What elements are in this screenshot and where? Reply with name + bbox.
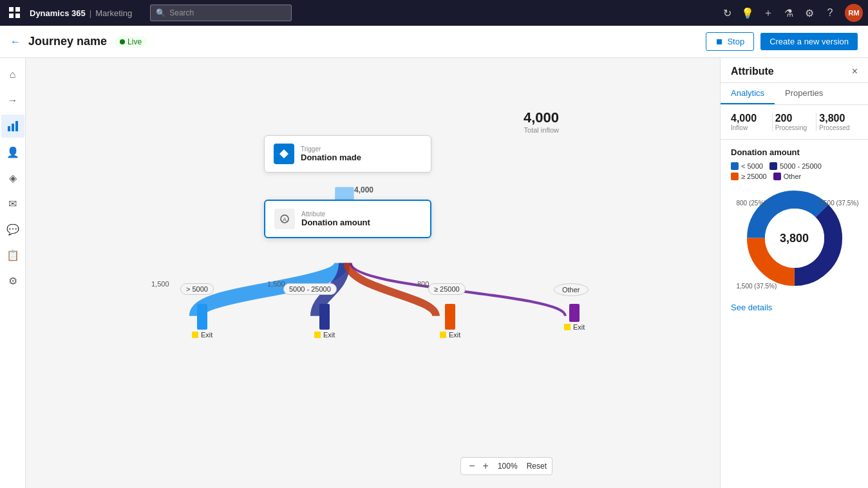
zoom-in-button[interactable]: + bbox=[480, 460, 491, 472]
page-title: Journey name bbox=[28, 35, 107, 48]
svg-rect-2 bbox=[9, 14, 14, 18]
svg-marker-8 bbox=[279, 149, 288, 158]
inflow-label: Total inflow bbox=[524, 126, 559, 134]
chart-legend: < 5000 5000 - 25000 ≥ 25000 Other bbox=[731, 162, 858, 180]
stat-inflow: 4,000 Inflow bbox=[731, 113, 769, 131]
donut-label-tl: 800 (25%) bbox=[737, 200, 766, 207]
secondbar: ← Journey name Live ⏹ Stop Create a new … bbox=[0, 26, 868, 58]
filter-icon[interactable]: ⚗ bbox=[783, 7, 795, 19]
exit-bar-2 bbox=[319, 304, 330, 330]
create-version-button[interactable]: Create a new version bbox=[760, 33, 858, 50]
inflow-value: 4,000 bbox=[524, 109, 559, 126]
legend-dot-2 bbox=[731, 173, 739, 180]
legend-dot-0 bbox=[731, 162, 739, 170]
settings-icon[interactable]: ⚙ bbox=[804, 7, 815, 19]
exit-node-4: Exit bbox=[564, 304, 585, 331]
stop-button[interactable]: ⏹ Stop bbox=[706, 32, 754, 51]
attribute-icon: A bbox=[274, 209, 295, 229]
sidebar-item-analytics[interactable] bbox=[1, 115, 24, 138]
exit-label-1: Exit bbox=[192, 331, 212, 339]
sidebar-item-contacts[interactable]: 👤 bbox=[1, 140, 24, 164]
svg-text:A: A bbox=[283, 216, 287, 223]
legend-item-1: 5000 - 25000 bbox=[769, 162, 822, 170]
tab-analytics[interactable]: Analytics bbox=[721, 83, 775, 104]
help-icon[interactable]: ? bbox=[824, 7, 836, 19]
apps-icon[interactable] bbox=[5, 3, 24, 23]
branch2-count: 1,500 bbox=[267, 280, 285, 288]
topbar: Dynamics 365 | Marketing 🔍 Search ↻ 💡 ＋ … bbox=[0, 0, 868, 26]
trigger-node-text: Trigger Donation made bbox=[301, 145, 361, 162]
sidebar-item-reports[interactable]: 📋 bbox=[1, 243, 24, 267]
zoom-level: 100% bbox=[494, 462, 522, 471]
sidebar-item-home[interactable]: ⌂ bbox=[1, 63, 24, 86]
exit-square-1 bbox=[192, 332, 198, 338]
stat-processing: 200 Processing bbox=[775, 113, 814, 131]
exit-square-3 bbox=[440, 332, 446, 338]
zoom-reset-button[interactable]: Reset bbox=[527, 462, 547, 471]
chart-section-title: Donation amount bbox=[731, 147, 858, 157]
sidebar-item-settings[interactable]: ⚙ bbox=[1, 269, 24, 292]
live-dot bbox=[120, 39, 125, 44]
journey-canvas: 4,000 Total inflow 4,000 bbox=[26, 58, 720, 488]
exit-bar-3 bbox=[445, 304, 455, 330]
brand: Dynamics 365 | Marketing bbox=[30, 8, 132, 18]
trigger-icon bbox=[274, 144, 294, 164]
search-icon: 🔍 bbox=[156, 8, 165, 17]
exit-label-2: Exit bbox=[314, 331, 335, 339]
attribute-node[interactable]: A Attribute Donation amount bbox=[264, 200, 431, 238]
sidebar-item-segments[interactable]: ◈ bbox=[1, 166, 24, 189]
trigger-node[interactable]: Trigger Donation made bbox=[264, 135, 431, 173]
branch1-label: > 5000 bbox=[180, 283, 214, 295]
exit-label-4: Exit bbox=[564, 323, 585, 331]
inflow-stats: 4,000 Total inflow bbox=[524, 109, 559, 134]
donut-center-value: 3,800 bbox=[780, 232, 809, 245]
stat-divider-1 bbox=[772, 113, 773, 131]
right-panel: Attribute × Analytics Properties 4,000 I… bbox=[720, 58, 868, 488]
svg-rect-6 bbox=[15, 121, 18, 131]
exit-label-3: Exit bbox=[440, 331, 460, 339]
user-avatar[interactable]: RM bbox=[845, 4, 863, 22]
panel-header: Attribute × bbox=[721, 58, 868, 83]
donut-label-tr: 1,500 (37.5%) bbox=[818, 200, 859, 207]
zoom-out-button[interactable]: − bbox=[466, 460, 477, 472]
svg-rect-3 bbox=[15, 14, 20, 18]
sidebar-item-email[interactable]: ✉ bbox=[1, 192, 24, 215]
exit-node-2: Exit bbox=[314, 304, 335, 339]
svg-rect-5 bbox=[12, 124, 14, 131]
attribute-node-text: Attribute Donation amount bbox=[301, 211, 370, 227]
panel-chart-section: Donation amount < 5000 5000 - 25000 ≥ 25… bbox=[721, 140, 868, 297]
exit-node-1: Exit bbox=[192, 304, 212, 339]
exit-square-4 bbox=[564, 324, 571, 330]
lightbulb-icon[interactable]: 💡 bbox=[742, 7, 753, 19]
branch2-label: 5000 - 25000 bbox=[283, 283, 337, 295]
legend-item-3: Other bbox=[773, 173, 802, 180]
stop-icon: ⏹ bbox=[715, 37, 724, 46]
live-status-badge: Live bbox=[115, 36, 147, 48]
panel-close-button[interactable]: × bbox=[852, 66, 858, 77]
sidebar-item-journey[interactable]: → bbox=[1, 89, 24, 112]
add-icon[interactable]: ＋ bbox=[762, 7, 774, 19]
panel-stats: 4,000 Inflow 200 Processing 3,800 Proces… bbox=[721, 105, 868, 140]
svg-rect-0 bbox=[9, 7, 14, 12]
legend-dot-1 bbox=[769, 162, 777, 170]
refresh-icon[interactable]: ↻ bbox=[721, 7, 733, 19]
tab-properties[interactable]: Properties bbox=[775, 83, 833, 104]
main-layout: ⌂ → 👤 ◈ ✉ 💬 📋 ⚙ 4,000 Total inflow bbox=[0, 58, 868, 488]
topbar-actions: ↻ 💡 ＋ ⚗ ⚙ ? RM bbox=[721, 4, 863, 22]
flow-svg bbox=[26, 58, 720, 488]
see-details-link[interactable]: See details bbox=[721, 297, 868, 317]
panel-title: Attribute bbox=[731, 66, 774, 77]
search-bar[interactable]: 🔍 Search bbox=[150, 5, 292, 21]
branch1-count: 1,500 bbox=[151, 280, 169, 288]
svg-rect-4 bbox=[8, 126, 10, 131]
exit-node-3: Exit bbox=[440, 304, 460, 339]
back-button[interactable]: ← bbox=[10, 36, 21, 48]
panel-tabs: Analytics Properties bbox=[721, 83, 868, 105]
flow-count-label: 4,000 bbox=[354, 185, 373, 194]
donut-chart: 3,800 800 (25%) 1,500 (37.5%) 1,500 (37.… bbox=[743, 187, 846, 290]
svg-rect-1 bbox=[15, 7, 20, 12]
sidebar-item-chat[interactable]: 💬 bbox=[1, 218, 24, 241]
legend-item-0: < 5000 bbox=[731, 162, 763, 170]
stat-processed: 3,800 Processed bbox=[819, 113, 858, 131]
secondbar-actions: ⏹ Stop Create a new version bbox=[706, 32, 858, 51]
